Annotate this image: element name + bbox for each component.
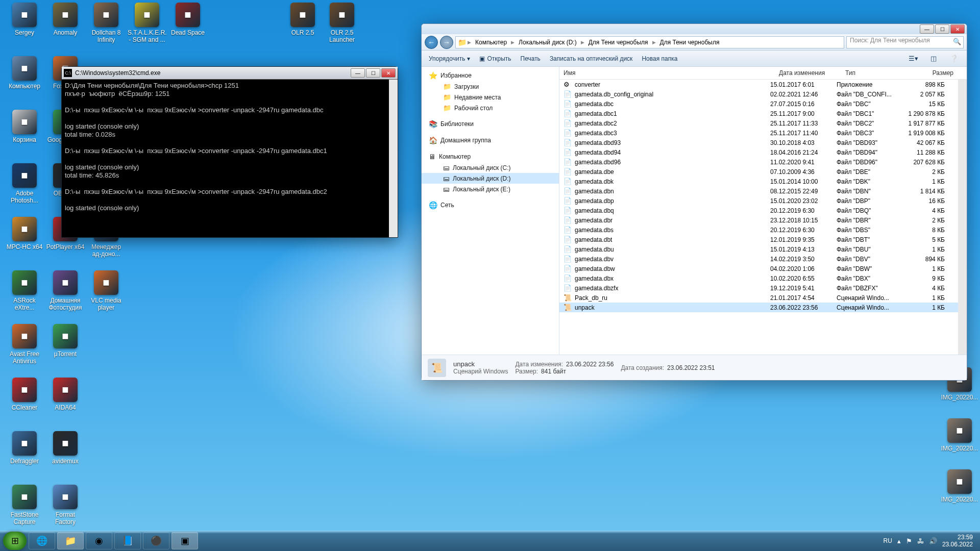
help-button[interactable]: ❔ <box>948 53 960 64</box>
desktop-icon[interactable]: ■Format Factory <box>46 485 85 526</box>
file-row[interactable]: 📄gamedata.dbc125.11.2017 9:00Файл "DBC1"… <box>559 109 958 118</box>
desktop-icon[interactable]: ■Sergey <box>5 3 44 36</box>
tree-item[interactable]: 🖴Локальный диск (C:) <box>422 162 559 173</box>
desktop-icon[interactable]: ■IMG_20220... <box>940 418 979 452</box>
tree-group-header[interactable]: 🏠Домашняя группа <box>422 135 559 146</box>
file-row[interactable]: 📄gamedata.db_config_original02.02.2021 1… <box>559 89 958 99</box>
file-row[interactable]: 📄gamedata.dbc325.11.2017 11:40Файл "DBC3… <box>559 128 958 138</box>
open-button[interactable]: ▣ Открыть <box>479 55 511 62</box>
tray-network-icon[interactable]: 🖧 <box>917 537 924 545</box>
tray-flag-icon[interactable]: ⚑ <box>906 537 912 545</box>
file-row[interactable]: 📄gamedata.dbd9418.04.2016 21:24Файл "DBD… <box>559 147 958 157</box>
desktop-icon[interactable]: ■Anomaly <box>46 3 85 36</box>
search-input[interactable]: Поиск: Для Тени чернобыля <box>846 36 964 48</box>
file-row[interactable]: 📄gamedata.dbw04.02.2020 1:06Файл "DBW"1 … <box>559 264 958 273</box>
breadcrumb[interactable]: 📁 ▶Компьютер▶Локальный диск (D:)▶Для Тен… <box>455 36 844 48</box>
file-row[interactable]: 📄gamedata.dbu15.01.2019 4:13Файл "DBU"1 … <box>559 244 958 254</box>
minimize-button[interactable]: — <box>920 24 934 34</box>
taskbar-ie[interactable]: 🌐 <box>29 532 55 549</box>
desktop-icon[interactable]: ■S.T.A.L.K.E.R. - SGM and ... <box>128 3 166 44</box>
cmd-body[interactable]: D:\Для Тени чернобыля\Для Тени чернобыля… <box>62 79 398 237</box>
desktop-icon[interactable]: ■Корзина <box>5 110 44 143</box>
desktop-icon[interactable]: ■μTorrent <box>46 324 85 358</box>
view-button[interactable]: ☰▾ <box>908 53 919 64</box>
file-row[interactable]: 📜unpack23.06.2022 23:56Сценарий Windo...… <box>559 303 958 312</box>
back-button[interactable]: ← <box>425 36 438 49</box>
organize-button[interactable]: Упорядочить ▾ <box>429 55 470 62</box>
taskbar-cmd[interactable]: ▣ <box>172 532 198 549</box>
desktop-icon[interactable]: ■avidemux <box>46 431 85 465</box>
minimize-button[interactable]: — <box>351 68 365 78</box>
tree-group-header[interactable]: 🖥Компьютер <box>422 151 559 162</box>
tree-item[interactable]: 📁Рабочий стол <box>422 103 559 113</box>
tree-group-header[interactable]: 📚Библиотеки <box>422 118 559 130</box>
maximize-button[interactable]: ☐ <box>366 68 380 78</box>
explorer-titlebar[interactable]: — ☐ ✕ <box>422 24 967 34</box>
file-row[interactable]: 📄gamedata.dbq20.12.2019 6:30Файл "DBQ"4 … <box>559 206 958 215</box>
desktop-icon[interactable]: ■CCleaner <box>5 378 44 411</box>
column-headers[interactable]: Имя Дата изменения Тип Размер <box>559 67 967 80</box>
desktop-icon[interactable]: ■VLC media player <box>87 270 126 312</box>
scrollbar[interactable] <box>958 80 967 355</box>
tray-clock[interactable]: 23:59 23.06.2022 <box>942 534 973 548</box>
breadcrumb-item[interactable]: Локальный диск (D:) <box>516 39 580 46</box>
taskbar-word[interactable]: 📘 <box>114 532 141 549</box>
file-row[interactable]: 📄gamedata.dbt12.01.2019 9:35Файл "DBT"5 … <box>559 235 958 244</box>
desktop-icon[interactable]: ■Домашняя Фотостудия <box>46 270 85 312</box>
desktop-icon[interactable]: ■Adobe Photosh... <box>5 163 44 205</box>
taskbar-explorer[interactable]: 📁 <box>57 532 84 549</box>
desktop-icon[interactable]: ■Avast Free Antivirus <box>5 324 44 365</box>
cmd-titlebar[interactable]: C:\ C:\Windows\system32\cmd.exe — ☐ ✕ <box>62 67 398 79</box>
tree-item[interactable]: 📁Загрузки <box>422 81 559 92</box>
file-row[interactable]: 📄gamedata.dbk15.01.2014 10:00Файл "DBK"1… <box>559 177 958 186</box>
col-type[interactable]: Тип <box>845 69 912 77</box>
start-button[interactable]: ⊞ <box>3 532 27 550</box>
file-row[interactable]: 📄gamedata.dbs20.12.2019 6:30Файл "DBS"8 … <box>559 225 958 235</box>
tray-arrow-icon[interactable]: ▴ <box>897 537 901 545</box>
desktop-icon[interactable]: ■OLR 2.5 <box>283 3 322 36</box>
burn-button[interactable]: Записать на оптический диск <box>550 55 633 62</box>
tree-item[interactable]: 🖴Локальный диск (E:) <box>422 184 559 194</box>
scrollbar[interactable] <box>389 80 398 237</box>
file-row[interactable]: 📄gamedata.dbe07.10.2009 4:36Файл "DBE"2 … <box>559 167 958 177</box>
preview-pane-button[interactable]: ◫ <box>928 53 939 64</box>
forward-button[interactable]: → <box>440 36 453 49</box>
desktop-icon[interactable]: ■OLR 2.5 Launcher <box>323 3 361 44</box>
file-row[interactable]: 📄gamedata.dbx10.02.2020 6:55Файл "DBX"9 … <box>559 273 958 283</box>
file-row[interactable]: 📄gamedata.dbv14.02.2019 3:50Файл "DBV"89… <box>559 254 958 264</box>
desktop-icon[interactable]: ■Defraggler <box>5 431 44 465</box>
file-row[interactable]: 📜Pack_db_ru21.01.2017 4:54Сценарий Windo… <box>559 293 958 303</box>
tree-item[interactable]: 📁Недавние места <box>422 92 559 103</box>
maximize-button[interactable]: ☐ <box>935 24 949 34</box>
close-button[interactable]: ✕ <box>950 24 965 34</box>
desktop-icon[interactable]: ■MPC-HC x64 <box>5 217 44 251</box>
file-row[interactable]: 📄gamedata.dbzfx19.12.2019 5:41Файл "DBZF… <box>559 283 958 293</box>
breadcrumb-item[interactable]: Компьютер <box>472 39 510 46</box>
desktop-icon[interactable]: ■Dead Space <box>168 3 207 36</box>
col-size[interactable]: Размер <box>912 69 963 77</box>
file-row[interactable]: 📄gamedata.dbp15.01.2020 23:02Файл "DBP"1… <box>559 196 958 206</box>
taskbar-obs[interactable]: ⚫ <box>143 532 169 549</box>
print-button[interactable]: Печать <box>521 55 541 62</box>
desktop-icon[interactable]: ■FastStone Capture <box>5 485 44 526</box>
tree-group-header[interactable]: 🌐Сеть <box>422 199 559 211</box>
taskbar-chrome[interactable]: ◉ <box>86 532 112 549</box>
desktop-icon[interactable]: ■IMG_20220... <box>940 469 979 503</box>
tray-volume-icon[interactable]: 🔊 <box>929 537 937 545</box>
desktop-icon[interactable]: ■Dollchan 8 Infinity <box>87 3 126 44</box>
breadcrumb-item[interactable]: Для Тени чернобыля <box>657 39 723 46</box>
file-list-body[interactable]: ⚙converter15.01.2017 6:01Приложение898 К… <box>559 80 958 355</box>
file-row[interactable]: 📄gamedata.dbd9611.02.2020 9:41Файл "DBD9… <box>559 157 958 167</box>
col-name[interactable]: Имя <box>564 69 779 77</box>
file-row[interactable]: 📄gamedata.dbr23.12.2018 10:15Файл "DBR"2… <box>559 215 958 225</box>
tray-lang[interactable]: RU <box>884 537 892 544</box>
new-folder-button[interactable]: Новая папка <box>642 55 677 62</box>
col-date[interactable]: Дата изменения <box>779 69 845 77</box>
close-button[interactable]: ✕ <box>381 68 396 78</box>
file-row[interactable]: 📄gamedata.dbc27.07.2015 0:16Файл "DBC"15… <box>559 99 958 109</box>
tree-item[interactable]: 🖴Локальный диск (D:) <box>422 173 559 184</box>
desktop-icon[interactable]: ■AIDA64 <box>46 378 85 411</box>
desktop-icon[interactable]: ■Компьютер <box>5 56 44 90</box>
file-row[interactable]: 📄gamedata.dbn08.12.2015 22:49Файл "DBN"1… <box>559 186 958 196</box>
tree-group-header[interactable]: ⭐Избранное <box>422 70 559 81</box>
